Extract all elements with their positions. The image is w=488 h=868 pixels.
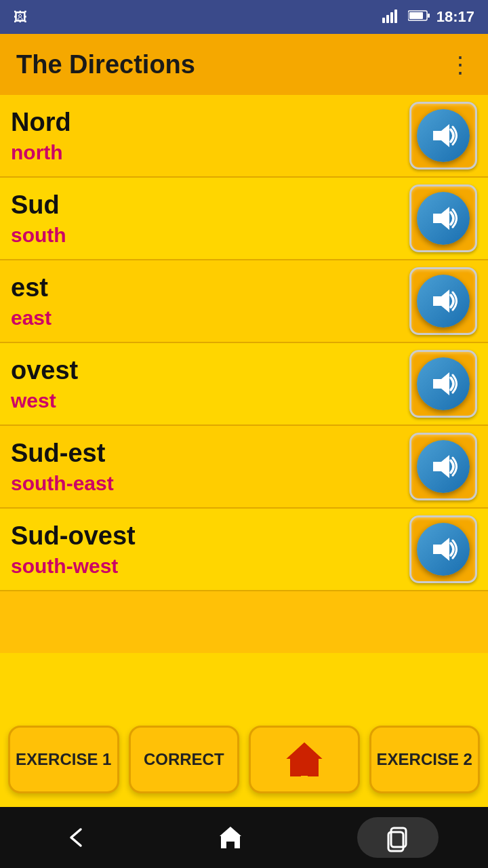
vocab-translation-2: east <box>11 307 409 330</box>
vocab-text-1: Sud south <box>11 191 409 247</box>
vocab-item: Sud south <box>0 178 488 260</box>
svg-marker-8 <box>433 207 449 230</box>
speaker-icon-0 <box>428 120 459 151</box>
speaker-circle-5 <box>417 523 470 576</box>
page-title: The Directions <box>16 50 449 79</box>
back-nav-button[interactable] <box>49 817 104 858</box>
speaker-circle-4 <box>417 440 470 493</box>
vocab-word-0: Nord <box>11 108 409 137</box>
exercise2-button[interactable]: EXERCISE 2 <box>369 726 481 793</box>
vocabulary-list: Nord north Sud south <box>0 95 488 653</box>
svg-rect-5 <box>409 12 423 19</box>
vocab-text-2: est east <box>11 273 409 330</box>
speaker-icon-3 <box>428 368 459 399</box>
vocab-word-2: est <box>11 273 409 302</box>
vocab-word-1: Sud <box>11 191 409 220</box>
vocab-translation-4: south-east <box>11 472 409 495</box>
svg-marker-9 <box>433 290 449 313</box>
svg-rect-1 <box>386 15 389 23</box>
audio-button-5[interactable] <box>409 515 477 583</box>
more-options-icon[interactable]: ⋮ <box>449 51 472 78</box>
android-nav-bar <box>0 807 488 868</box>
exercise1-button[interactable]: EXERCISE 1 <box>8 726 119 793</box>
speaker-circle-3 <box>417 357 470 410</box>
speaker-circle-0 <box>417 109 470 162</box>
status-time: 18:17 <box>436 8 474 26</box>
audio-button-2[interactable] <box>409 267 477 335</box>
vocab-item: Sud-ovest south-west <box>0 509 488 591</box>
content-area: Nord north Sud south <box>0 95 488 807</box>
audio-button-1[interactable] <box>409 184 477 252</box>
vocab-text-0: Nord north <box>11 108 409 164</box>
vocab-translation-3: west <box>11 389 409 412</box>
app-header: The Directions ⋮ <box>0 34 488 95</box>
battery-icon <box>408 9 430 25</box>
audio-button-4[interactable] <box>409 433 477 500</box>
vocab-translation-1: south <box>11 224 409 247</box>
svg-marker-15 <box>220 827 241 848</box>
svg-rect-0 <box>382 18 385 23</box>
recents-nav-button[interactable] <box>357 817 439 858</box>
speaker-circle-2 <box>417 275 470 328</box>
svg-rect-6 <box>428 14 430 18</box>
audio-button-3[interactable] <box>409 350 477 418</box>
vocab-word-5: Sud-ovest <box>11 521 409 551</box>
svg-marker-12 <box>433 538 449 561</box>
vocab-word-3: ovest <box>11 356 409 385</box>
svg-marker-11 <box>433 455 449 478</box>
vocab-translation-5: south-west <box>11 555 409 578</box>
svg-rect-2 <box>390 12 393 23</box>
speaker-icon-2 <box>428 285 459 317</box>
correct-button[interactable]: CORRECT <box>129 726 240 793</box>
home-nav-button[interactable] <box>203 817 258 858</box>
vocab-text-5: Sud-ovest south-west <box>11 521 409 578</box>
vocab-word-4: Sud-est <box>11 439 409 468</box>
svg-rect-14 <box>300 765 308 776</box>
content-spacer <box>0 653 488 715</box>
house-icon <box>284 739 325 780</box>
speaker-icon-5 <box>428 534 459 565</box>
svg-rect-3 <box>394 9 397 23</box>
status-bar: 🖼 18:17 <box>0 0 488 34</box>
signal-icon <box>382 8 401 26</box>
svg-marker-10 <box>433 372 449 395</box>
speaker-icon-4 <box>428 451 459 482</box>
vocab-text-4: Sud-est south-east <box>11 439 409 495</box>
vocab-item: Nord north <box>0 95 488 178</box>
vocab-translation-0: north <box>11 141 409 164</box>
svg-marker-7 <box>433 124 449 147</box>
vocab-item: Sud-est south-east <box>0 426 488 509</box>
home-button[interactable] <box>249 726 360 793</box>
audio-button-0[interactable] <box>409 102 477 170</box>
speaker-icon-1 <box>428 203 459 234</box>
vocab-item: est east <box>0 260 488 343</box>
bottom-toolbar: EXERCISE 1 CORRECT EXERCISE 2 <box>0 715 488 807</box>
photo-icon: 🖼 <box>14 9 27 25</box>
vocab-text-3: ovest west <box>11 356 409 412</box>
vocab-item: ovest west <box>0 343 488 426</box>
speaker-circle-1 <box>417 192 470 245</box>
